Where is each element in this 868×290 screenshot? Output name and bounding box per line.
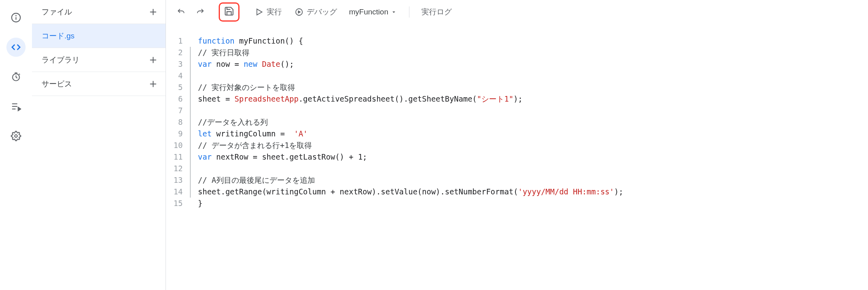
files-section[interactable]: ファイル: [32, 0, 166, 24]
code-text: [198, 70, 868, 82]
code-text: // A列目の最後尾にデータを追加: [198, 174, 868, 186]
code-line[interactable]: 5// 実行対象のシートを取得: [166, 82, 868, 93]
save-button[interactable]: [219, 2, 239, 22]
code-icon[interactable]: [6, 38, 26, 57]
code-line[interactable]: 8//データを入れる列: [166, 116, 868, 128]
undo-button[interactable]: [173, 4, 189, 20]
svg-point-2: [16, 16, 16, 16]
redo-button[interactable]: [192, 4, 208, 20]
fold-guide: [190, 58, 198, 70]
fold-guide: [190, 128, 198, 140]
fold-guide: [190, 163, 198, 174]
code-text: var now = new Date();: [198, 58, 868, 70]
function-select[interactable]: myFunction: [345, 5, 401, 19]
code-editor[interactable]: 1function myFunction() {2// 実行日取得3var no…: [166, 24, 868, 290]
line-number: 11: [166, 151, 190, 163]
code-line[interactable]: 7: [166, 105, 868, 116]
code-line[interactable]: 12: [166, 163, 868, 174]
code-text: var nextRow = sheet.getLastRow() + 1;: [198, 151, 868, 163]
fold-guide: [190, 198, 198, 209]
svg-point-12: [15, 135, 18, 138]
code-text: function myFunction() {: [198, 35, 868, 47]
code-line[interactable]: 14sheet.getRange(writingColumn + nextRow…: [166, 186, 868, 198]
fold-guide: [190, 35, 198, 47]
divider: [409, 6, 409, 18]
code-text: //データを入れる列: [198, 116, 868, 128]
line-number: 8: [166, 116, 190, 128]
code-line[interactable]: 1function myFunction() {: [166, 35, 868, 47]
line-number: 4: [166, 70, 190, 82]
code-line[interactable]: 6sheet = SpreadsheetApp.getActiveSpreads…: [166, 93, 868, 105]
function-name: myFunction: [349, 8, 388, 16]
add-file-button[interactable]: [148, 7, 158, 17]
left-rail: [0, 0, 32, 290]
code-line[interactable]: 9let writingColumn = 'A': [166, 128, 868, 140]
line-number: 15: [166, 198, 190, 209]
code-text: sheet = SpreadsheetApp.getActiveSpreadsh…: [198, 93, 868, 105]
code-line[interactable]: 13// A列目の最後尾にデータを追加: [166, 174, 868, 186]
fold-guide: [190, 47, 198, 58]
fold-guide: [190, 105, 198, 116]
add-service-button[interactable]: [148, 79, 158, 89]
line-number: 10: [166, 140, 190, 151]
file-panel: ファイル コード.gs ライブラリ サービス: [32, 0, 166, 290]
clock-icon[interactable]: [6, 67, 26, 86]
libraries-label: ライブラリ: [42, 55, 80, 65]
libraries-section[interactable]: ライブラリ: [32, 48, 166, 72]
code-text: let writingColumn = 'A': [198, 128, 868, 140]
code-line[interactable]: 4: [166, 70, 868, 82]
code-line[interactable]: 11var nextRow = sheet.getLastRow() + 1;: [166, 151, 868, 163]
info-icon[interactable]: [6, 8, 26, 27]
svg-marker-19: [257, 9, 262, 15]
fold-guide: [190, 186, 198, 198]
svg-line-5: [16, 77, 17, 78]
svg-marker-21: [298, 11, 300, 13]
svg-line-7: [19, 74, 20, 74]
line-number: 6: [166, 93, 190, 105]
fold-guide: [190, 140, 198, 151]
fold-guide: [190, 70, 198, 82]
code-line[interactable]: 2// 実行日取得: [166, 47, 868, 58]
execution-log-button[interactable]: 実行ログ: [417, 4, 456, 20]
gear-icon[interactable]: [6, 126, 26, 146]
add-library-button[interactable]: [148, 55, 158, 65]
fold-guide: [190, 82, 198, 93]
line-number: 14: [166, 186, 190, 198]
line-number: 13: [166, 174, 190, 186]
line-number: 7: [166, 105, 190, 116]
fold-guide: [190, 151, 198, 163]
code-text: // 実行対象のシートを取得: [198, 82, 868, 93]
line-number: 12: [166, 163, 190, 174]
code-line[interactable]: 10// データが含まれる行+1を取得: [166, 140, 868, 151]
run-button[interactable]: 実行: [250, 4, 287, 20]
file-item-label: コード.gs: [42, 31, 74, 41]
code-text: sheet.getRange(writingColumn + nextRow).…: [198, 186, 868, 198]
svg-marker-11: [18, 107, 21, 111]
line-number: 1: [166, 35, 190, 47]
line-number: 9: [166, 128, 190, 140]
playlist-icon[interactable]: [6, 97, 26, 116]
toolbar: 実行 デバッグ myFunction 実行ログ: [166, 0, 868, 24]
fold-guide: [190, 116, 198, 128]
line-number: 2: [166, 47, 190, 58]
code-text: // 実行日取得: [198, 47, 868, 58]
run-label: 実行: [267, 7, 282, 17]
services-section[interactable]: サービス: [32, 72, 166, 96]
debug-button[interactable]: デバッグ: [290, 4, 342, 20]
editor-area: 実行 デバッグ myFunction 実行ログ 1function myFunc…: [166, 0, 868, 290]
code-text: [198, 105, 868, 116]
log-label: 実行ログ: [421, 8, 452, 16]
chevron-down-icon: [391, 9, 397, 15]
line-number: 3: [166, 58, 190, 70]
code-line[interactable]: 15}: [166, 198, 868, 209]
debug-label: デバッグ: [307, 7, 337, 17]
file-item-code-gs[interactable]: コード.gs: [32, 24, 166, 48]
code-text: [198, 163, 868, 174]
files-label: ファイル: [42, 7, 72, 17]
line-number: 5: [166, 82, 190, 93]
code-line[interactable]: 3var now = new Date();: [166, 58, 868, 70]
fold-guide: [190, 93, 198, 105]
services-label: サービス: [42, 79, 72, 89]
code-text: // データが含まれる行+1を取得: [198, 140, 868, 151]
fold-guide: [190, 174, 198, 186]
